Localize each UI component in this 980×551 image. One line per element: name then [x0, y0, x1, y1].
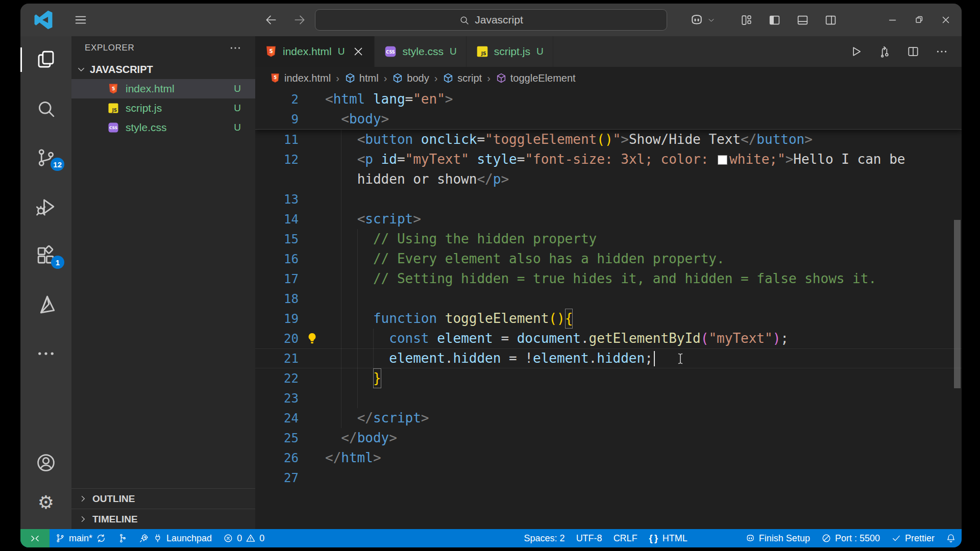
- status-indentation-label: Spaces: 2: [524, 533, 565, 544]
- code-line-23[interactable]: 23: [255, 388, 962, 408]
- code-line-13[interactable]: 13: [255, 189, 962, 209]
- status-language-mode-label: HTML: [663, 533, 688, 544]
- code-line-22[interactable]: 22 }: [255, 368, 962, 388]
- code-line-2[interactable]: 2<html lang="en">: [255, 89, 962, 109]
- section-outline[interactable]: OUTLINE: [71, 488, 255, 509]
- breadcrumb-item-index.html[interactable]: 5index.html: [270, 72, 331, 84]
- toggle-panel-icon[interactable]: [796, 14, 809, 27]
- js-file-icon: JS: [107, 102, 119, 114]
- code-line-12[interactable]: 12 <p id="myText" style="font-size: 3xl;…: [255, 149, 962, 169]
- code-line-25[interactable]: 25 </body>: [255, 428, 962, 448]
- status-copilot-finish-setup[interactable]: Finish Setup: [740, 529, 816, 547]
- token: >: [621, 130, 629, 149]
- code-line-11[interactable]: 11 <button onclick="toggleElement()">Sho…: [255, 130, 962, 149]
- breadcrumb-item-html[interactable]: html: [345, 72, 379, 84]
- prism-icon: [35, 294, 57, 315]
- tab-modified-badge: U: [450, 46, 457, 57]
- token: [373, 149, 381, 169]
- gutter-decorations: [299, 332, 325, 345]
- bell-icon: [946, 533, 956, 543]
- command-center-search[interactable]: Javascript: [315, 9, 667, 31]
- remote-indicator[interactable]: [20, 529, 50, 547]
- restore-button[interactable]: [914, 14, 925, 26]
- tab-style.css[interactable]: CSSstyle.cssU: [375, 36, 466, 67]
- open-changes-button[interactable]: [878, 45, 891, 58]
- chevron-down-icon[interactable]: [707, 16, 715, 24]
- activity-item-settings[interactable]: ⚙: [20, 489, 71, 516]
- code-line-16[interactable]: 16 // Every element also has a hidden pr…: [255, 249, 962, 269]
- section-timeline[interactable]: TIMELINE: [71, 509, 255, 529]
- code-line-27[interactable]: 27: [255, 468, 962, 488]
- tab-index.html[interactable]: 5index.htmlU: [255, 36, 375, 67]
- status-prettier[interactable]: Prettier: [886, 529, 940, 547]
- toggle-secondary-sidebar-icon[interactable]: [824, 14, 837, 27]
- status-end-of-line[interactable]: CRLF: [608, 529, 643, 547]
- close-button[interactable]: [940, 14, 951, 26]
- status-launchpad[interactable]: Launchpad: [133, 529, 217, 547]
- token: Show/Hide Text: [629, 130, 741, 149]
- code-line-21[interactable]: 21 element.hidden = !element.hidden;: [255, 348, 962, 368]
- file-row-index.html[interactable]: 5index.htmlU: [71, 79, 255, 98]
- status-live-server-port[interactable]: Port : 5500: [816, 529, 886, 547]
- run-button[interactable]: [849, 45, 863, 58]
- code-line-18[interactable]: 18: [255, 289, 962, 309]
- scrollbar-thumb[interactable]: [954, 220, 961, 388]
- close-icon[interactable]: [352, 45, 365, 58]
- activity-item-source-control[interactable]: 12: [20, 144, 71, 171]
- css-file-icon: CSS: [384, 45, 397, 58]
- editor-more-actions-button[interactable]: [935, 45, 948, 58]
- code-editor[interactable]: 2<html lang="en">9 <body> 11 <button onc…: [255, 89, 962, 529]
- navigate-back-icon[interactable]: [264, 13, 278, 27]
- code-line-19[interactable]: 19 function toggleElement(){: [255, 309, 962, 329]
- split-editor-button[interactable]: [906, 45, 920, 58]
- code-line-26[interactable]: 26</html>: [255, 448, 962, 468]
- token: </: [341, 428, 357, 448]
- menu-icon[interactable]: [74, 13, 88, 27]
- status-language-mode[interactable]: { }HTML: [643, 529, 693, 547]
- tab-script.js[interactable]: JSscript.jsU: [467, 36, 553, 67]
- status-problems[interactable]: 00: [217, 529, 270, 547]
- code-line-20[interactable]: 20 const element = document.getElementBy…: [255, 329, 962, 348]
- code-line-15[interactable]: 15 // Using the hidden property: [255, 229, 962, 249]
- activity-item-accounts[interactable]: [20, 449, 71, 476]
- explorer-more-actions-icon[interactable]: [229, 41, 242, 55]
- navigate-forward-icon[interactable]: [293, 13, 306, 27]
- token: ): [773, 329, 781, 348]
- customize-layout-icon[interactable]: [740, 14, 753, 27]
- status-encoding[interactable]: UTF-8: [571, 529, 608, 547]
- status-git-graph[interactable]: [112, 529, 133, 547]
- activity-item-explorer[interactable]: [20, 46, 71, 73]
- activity-item-additional-views[interactable]: [20, 340, 71, 367]
- code-line-24[interactable]: 24 </script>: [255, 408, 962, 428]
- token: Hello I can be: [793, 149, 905, 169]
- activity-item-extensions[interactable]: 1: [20, 242, 71, 269]
- code-line-9[interactable]: 9 <body>: [255, 109, 962, 129]
- minimize-button[interactable]: [887, 14, 898, 26]
- copilot-icon[interactable]: [689, 12, 704, 28]
- breadcrumb-item-toggleElement[interactable]: toggleElement: [496, 72, 576, 84]
- file-row-style.css[interactable]: CSSstyle.cssU: [71, 118, 255, 137]
- breadcrumb-label: html: [359, 72, 379, 84]
- indent-guide: [341, 149, 341, 169]
- token: [365, 89, 373, 109]
- editor-scrollbar[interactable]: [953, 89, 961, 529]
- toggle-primary-sidebar-icon[interactable]: [768, 14, 781, 27]
- code-line-14[interactable]: 14 <script>: [255, 209, 962, 229]
- code-line-17[interactable]: 17 // Setting hidden = true hides it, an…: [255, 269, 962, 289]
- activity-item-run-and-debug[interactable]: [20, 193, 71, 220]
- folder-row-javascript[interactable]: JAVASCRIPT: [71, 60, 255, 79]
- status-indentation[interactable]: Spaces: 2: [519, 529, 571, 547]
- text-cursor: [654, 351, 655, 366]
- indent-spaces: [325, 428, 341, 448]
- code-line-wrap[interactable]: hidden or shown</p>: [255, 169, 962, 189]
- activity-item-prism-extension[interactable]: [20, 291, 71, 318]
- status-branch-status[interactable]: main*: [50, 529, 112, 547]
- activity-item-search[interactable]: [20, 95, 71, 122]
- status-notifications[interactable]: [940, 529, 962, 547]
- indent-spaces: [325, 309, 373, 329]
- indent-guide: [357, 229, 358, 249]
- file-row-script.js[interactable]: JSscript.jsU: [71, 98, 255, 118]
- lightbulb-icon[interactable]: [305, 332, 319, 345]
- breadcrumb-item-body[interactable]: body: [392, 72, 429, 84]
- breadcrumb-item-script[interactable]: script: [443, 72, 482, 84]
